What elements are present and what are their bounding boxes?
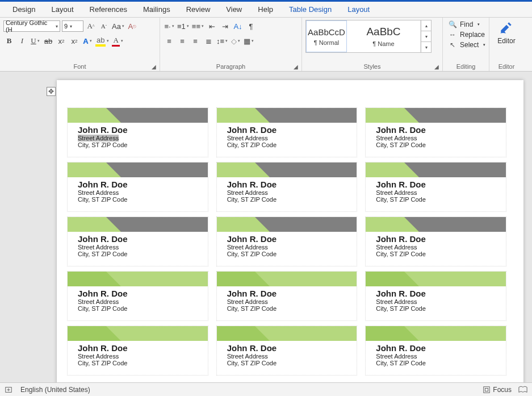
table-move-handle[interactable]: ✥ (47, 87, 56, 96)
italic-button[interactable]: I (16, 35, 28, 47)
grow-font-button[interactable]: A^ (85, 20, 97, 32)
status-read-mode[interactable] (518, 386, 527, 394)
group-styles: AaBbCcD ¶ Normal AaBbC ¶ Name ▴ ▾ ▾ Styl… (302, 18, 443, 71)
style-item-name[interactable]: AaBbC ¶ Name (347, 20, 421, 52)
highlight-button[interactable]: ab▾ (95, 35, 110, 47)
card-text[interactable]: John R. DoeStreet AddressCity, ST ZIP Co… (78, 234, 128, 257)
card-banner (217, 162, 357, 177)
justify-button[interactable]: ≣ (203, 35, 214, 47)
status-accessibility-icon[interactable] (5, 386, 12, 394)
clear-formatting-button[interactable]: A⦸ (127, 20, 138, 32)
document-area[interactable]: ✥ John R. DoeStreet AddressCity, ST ZIP … (0, 72, 532, 382)
styles-dialog-launcher[interactable]: ◢ (434, 64, 439, 70)
style-scroll-more[interactable]: ▾ (421, 42, 431, 52)
style-name: ¶ Name (372, 40, 394, 47)
card-banner (217, 108, 357, 123)
card-text[interactable]: John R. DoeStreet AddressCity, ST ZIP Co… (227, 180, 277, 203)
change-case-button[interactable]: Aa▾ (111, 20, 125, 32)
card-text[interactable]: John R. DoeStreet AddressCity, ST ZIP Co… (376, 180, 426, 203)
find-button[interactable]: 🔍Find▾ (446, 20, 488, 29)
style-name: ¶ Normal (314, 39, 339, 46)
label-card[interactable]: John R. DoeStreet AddressCity, ST ZIP Co… (216, 162, 358, 212)
label-card[interactable]: John R. DoeStreet AddressCity, ST ZIP Co… (216, 326, 358, 376)
bullets-button[interactable]: ≡·▾ (164, 20, 175, 32)
card-text[interactable]: John R. DoeStreet AddressCity, ST ZIP Co… (78, 343, 128, 366)
bold-button[interactable]: B (3, 35, 15, 47)
editor-button[interactable]: Editor (493, 20, 520, 45)
align-right-button[interactable]: ≡ (190, 35, 201, 47)
tab-layout[interactable]: Layout (340, 2, 378, 17)
line-spacing-button[interactable]: ↕≡▾ (216, 35, 228, 47)
card-text[interactable]: John R. DoeStreet AddressCity, ST ZIP Co… (78, 125, 128, 148)
label-card[interactable]: John R. DoeStreet AddressCity, ST ZIP Co… (216, 107, 358, 157)
shading-button[interactable]: ◇▾ (230, 35, 241, 47)
subscript-button[interactable]: x2 (56, 35, 67, 47)
paragraph-dialog-launcher[interactable]: ◢ (294, 64, 298, 70)
card-text[interactable]: John R. DoeStreet AddressCity, ST ZIP Co… (227, 289, 277, 312)
svg-rect-2 (485, 388, 488, 391)
card-text[interactable]: John R. DoeStreet AddressCity, ST ZIP Co… (376, 289, 426, 312)
card-text[interactable]: John R. DoeStreet AddressCity, ST ZIP Co… (376, 234, 426, 257)
label-card[interactable]: John R. DoeStreet AddressCity, ST ZIP Co… (365, 271, 506, 321)
tab-view[interactable]: View (218, 2, 250, 17)
label-card[interactable]: John R. DoeStreet AddressCity, ST ZIP Co… (365, 162, 506, 212)
card-name: John R. Doe (227, 289, 277, 298)
style-scroll-up[interactable]: ▴ (421, 20, 431, 31)
tab-help[interactable]: Help (250, 2, 281, 17)
font-color-button[interactable]: A▾ (111, 35, 123, 47)
font-dialog-launcher[interactable]: ◢ (152, 64, 156, 70)
align-left-button[interactable]: ≡ (164, 35, 175, 47)
replace-icon: ↔ (449, 31, 456, 39)
tab-table-design[interactable]: Table Design (281, 2, 340, 17)
underline-button[interactable]: U▾ (30, 35, 41, 47)
select-label: Select (460, 41, 479, 49)
label-card[interactable]: John R. DoeStreet AddressCity, ST ZIP Co… (67, 271, 208, 321)
show-marks-button[interactable]: ¶ (245, 20, 257, 32)
increase-indent-button[interactable]: ⇥ (219, 20, 231, 32)
card-name: John R. Doe (78, 343, 128, 353)
card-text[interactable]: John R. DoeStreet AddressCity, ST ZIP Co… (376, 125, 426, 148)
label-card[interactable]: John R. DoeStreet AddressCity, ST ZIP Co… (67, 326, 208, 376)
label-card[interactable]: John R. DoeStreet AddressCity, ST ZIP Co… (365, 326, 506, 376)
superscript-button[interactable]: x2 (69, 35, 80, 47)
shrink-font-button[interactable]: Aˇ (98, 20, 110, 32)
decrease-indent-button[interactable]: ⇤ (206, 20, 217, 32)
page[interactable]: ✥ John R. DoeStreet AddressCity, ST ZIP … (57, 80, 523, 382)
style-item-normal[interactable]: AaBbCcD ¶ Normal (306, 20, 347, 52)
find-label: Find (460, 20, 473, 28)
tab-mailings[interactable]: Mailings (135, 2, 178, 17)
label-card[interactable]: John R. DoeStreet AddressCity, ST ZIP Co… (365, 107, 506, 157)
label-card[interactable]: John R. DoeStreet AddressCity, ST ZIP Co… (216, 271, 358, 321)
card-text[interactable]: John R. DoeStreet AddressCity, ST ZIP Co… (227, 234, 277, 257)
card-text[interactable]: John R. DoeStreet AddressCity, ST ZIP Co… (227, 125, 277, 148)
card-text[interactable]: John R. DoeStreet AddressCity, ST ZIP Co… (78, 289, 128, 312)
multilevel-button[interactable]: ≡≡▾ (191, 20, 204, 32)
tab-references[interactable]: References (82, 2, 135, 17)
tab-design[interactable]: Design (5, 2, 43, 17)
card-text[interactable]: John R. DoeStreet AddressCity, ST ZIP Co… (376, 343, 426, 366)
label-card[interactable]: John R. DoeStreet AddressCity, ST ZIP Co… (216, 216, 358, 266)
font-name-combo[interactable]: Century Gothic (H▾ (3, 20, 60, 32)
label-card[interactable]: John R. DoeStreet AddressCity, ST ZIP Co… (67, 162, 208, 212)
align-center-button[interactable]: ≡ (177, 35, 188, 47)
sort-button[interactable]: A↓ (232, 20, 244, 32)
label-card[interactable]: John R. DoeStreet AddressCity, ST ZIP Co… (67, 216, 208, 266)
card-addr1: Street Address (78, 189, 128, 196)
borders-button[interactable]: ▦▾ (243, 35, 254, 47)
numbering-button[interactable]: ≡1▾ (177, 20, 190, 32)
tab-layout[interactable]: Layout (43, 2, 81, 17)
card-banner (366, 108, 506, 123)
tab-review[interactable]: Review (178, 2, 219, 17)
style-scroll-down[interactable]: ▾ (421, 31, 431, 42)
status-focus[interactable]: Focus (483, 386, 512, 394)
status-language[interactable]: English (United States) (20, 386, 90, 394)
strikethrough-button[interactable]: ab (43, 35, 54, 47)
font-size-combo[interactable]: 9▾ (62, 20, 83, 32)
label-card[interactable]: John R. DoeStreet AddressCity, ST ZIP Co… (67, 107, 208, 157)
card-text[interactable]: John R. DoeStreet AddressCity, ST ZIP Co… (78, 180, 128, 203)
label-card[interactable]: John R. DoeStreet AddressCity, ST ZIP Co… (365, 216, 506, 266)
card-text[interactable]: John R. DoeStreet AddressCity, ST ZIP Co… (227, 343, 277, 366)
select-button[interactable]: ↖Select▾ (446, 40, 488, 49)
text-effects-button[interactable]: A▾ (82, 35, 93, 47)
replace-button[interactable]: ↔Replace (446, 30, 488, 39)
